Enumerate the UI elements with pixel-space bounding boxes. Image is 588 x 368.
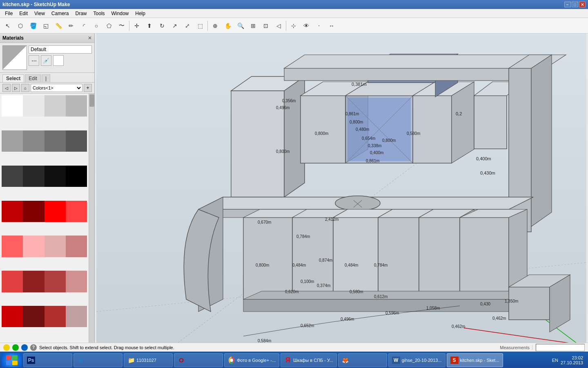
color-swatch-17[interactable]	[23, 236, 44, 257]
color-swatch-21[interactable]	[23, 271, 44, 292]
menu-item-camera[interactable]: Camera	[48, 10, 72, 17]
viewport[interactable]: 0,496m 0,893m 0,381m 0,400m 0,430m 0,462…	[95, 34, 588, 343]
color-swatch-27[interactable]	[66, 306, 87, 327]
nav-forward-button[interactable]: ▷	[12, 84, 20, 92]
tab-select[interactable]: Select	[2, 74, 24, 82]
make-component-tool[interactable]: ⬡	[14, 20, 27, 32]
freehand-tool[interactable]: 〜	[116, 20, 128, 32]
color-swatch-14[interactable]	[45, 201, 66, 222]
menu-item-draw[interactable]: Draw	[72, 10, 90, 17]
material-browse-button[interactable]: ⋯	[29, 55, 39, 66]
color-swatch-1[interactable]	[23, 95, 44, 117]
material-name-input[interactable]	[29, 45, 92, 54]
svg-rect-32	[474, 96, 507, 149]
walk-tool[interactable]: 👁	[300, 20, 312, 32]
status-blue-circle[interactable]	[21, 344, 28, 351]
prev-view-tool[interactable]: ◁	[272, 20, 285, 32]
color-swatch-15[interactable]	[66, 201, 87, 222]
move-tool[interactable]: ✛	[131, 20, 143, 32]
menu-item-view[interactable]: View	[31, 10, 48, 17]
menu-item-window[interactable]: Window	[108, 10, 132, 17]
material-sample-button[interactable]: 💉	[41, 55, 51, 66]
color-swatch-10[interactable]	[45, 166, 66, 187]
sep3-separator	[286, 21, 286, 31]
paint-bucket-tool[interactable]: 🪣	[27, 20, 39, 32]
color-swatch-12[interactable]	[2, 201, 23, 222]
colors-dropdown[interactable]: Colors<1>	[31, 84, 82, 92]
follow-me-tool[interactable]: ↗	[169, 20, 181, 32]
measurements-input[interactable]	[536, 344, 585, 351]
color-swatch-9[interactable]	[23, 166, 44, 187]
eraser-tool[interactable]: ◱	[40, 20, 52, 32]
menu-item-file[interactable]: File	[2, 10, 16, 17]
color-swatch-5[interactable]	[23, 130, 44, 152]
status-help-circle[interactable]: ?	[30, 344, 37, 351]
status-green-circle[interactable]	[12, 344, 19, 351]
taskbar-firefox[interactable]: 🦊	[338, 353, 387, 367]
color-swatch-11[interactable]	[66, 166, 87, 187]
svg-text:0,784m: 0,784m	[374, 263, 388, 267]
menu-item-tools[interactable]: Tools	[90, 10, 108, 17]
tab-extra[interactable]: |	[42, 74, 50, 82]
nav-home-button[interactable]: ⌂	[21, 84, 29, 92]
yandex-label: Шкафы в СПБ - У...	[293, 358, 333, 363]
select-tool[interactable]: ↖	[2, 20, 14, 32]
zoom-tool[interactable]: 🔍	[234, 20, 247, 32]
push-pull-tool[interactable]: ⬆	[143, 20, 156, 32]
position-camera-tool[interactable]: ⬞	[313, 20, 325, 32]
color-swatch-7[interactable]	[66, 130, 87, 152]
circle-tool[interactable]: ○	[90, 20, 102, 32]
color-swatch-2[interactable]	[45, 95, 66, 117]
taskbar-yandex[interactable]: Я Шкафы в СПБ - У...	[281, 353, 337, 367]
color-swatch-6[interactable]	[45, 130, 66, 152]
color-swatch-0[interactable]	[2, 95, 23, 117]
color-swatch-18[interactable]	[45, 236, 66, 257]
orbit-tool[interactable]: ⊕	[209, 20, 221, 32]
panel-close-button[interactable]: ✕	[88, 35, 92, 41]
start-button[interactable]	[2, 353, 22, 367]
color-swatch-16[interactable]	[2, 236, 23, 257]
close-button[interactable]: ✕	[579, 2, 586, 7]
nav-back-button[interactable]: ◁	[2, 84, 11, 92]
create-material-button[interactable]: +	[84, 84, 92, 92]
taskbar-chrome[interactable]: Фото в Google+ -...	[224, 353, 279, 367]
color-swatch-24[interactable]	[2, 306, 23, 327]
taskbar-word[interactable]: W gihse_20-10-2013...	[388, 353, 445, 367]
color-swatch-23[interactable]	[66, 271, 87, 292]
color-swatch-22[interactable]	[45, 271, 66, 292]
arc-tool[interactable]: ◜	[78, 20, 90, 32]
scale-tool[interactable]: ⤢	[181, 20, 194, 32]
tab-edit[interactable]: Edit	[25, 74, 41, 82]
color-swatch-4[interactable]	[2, 130, 23, 152]
zoom-window-tool[interactable]: ⊞	[247, 20, 259, 32]
grid-scrollbar[interactable]	[89, 94, 94, 343]
tape-measure-tool[interactable]: 📏	[52, 20, 65, 32]
color-swatch-13[interactable]	[23, 201, 44, 222]
color-swatch-26[interactable]	[45, 306, 66, 327]
minimize-button[interactable]: −	[564, 2, 571, 7]
axes-tool[interactable]: ⊹	[287, 20, 300, 32]
color-swatch-25[interactable]	[23, 306, 44, 327]
color-swatch-8[interactable]	[2, 166, 23, 187]
pencil-tool[interactable]: ✏	[65, 20, 77, 32]
svg-rect-10	[301, 96, 345, 163]
taskbar-ie[interactable]: e	[74, 353, 122, 367]
taskbar-photoshop[interactable]: Ps	[23, 353, 72, 367]
status-yellow-circle[interactable]	[3, 344, 10, 351]
maximize-button[interactable]: □	[572, 2, 578, 7]
polygon-tool[interactable]: ⬠	[103, 20, 115, 32]
menu-item-edit[interactable]: Edit	[16, 10, 31, 17]
pan-tool[interactable]: ✋	[222, 20, 234, 32]
color-swatch-19[interactable]	[66, 236, 87, 257]
menu-item-help[interactable]: Help	[132, 10, 149, 17]
rotate-tool[interactable]: ↻	[156, 20, 168, 32]
color-swatch-3[interactable]	[66, 95, 87, 117]
offset-tool[interactable]: ⬚	[194, 20, 206, 32]
taskbar-explorer[interactable]: 📁 11031027	[124, 353, 173, 367]
sketchup-icon: S	[450, 357, 459, 364]
color-swatch-20[interactable]	[2, 271, 23, 292]
taskbar-opera[interactable]: O	[174, 353, 223, 367]
taskbar-sketchup[interactable]: S kitchen.skp - Sket...	[447, 353, 503, 367]
look-around-tool[interactable]: ↔	[325, 20, 338, 32]
zoom-extents-tool[interactable]: ⊡	[260, 20, 272, 32]
